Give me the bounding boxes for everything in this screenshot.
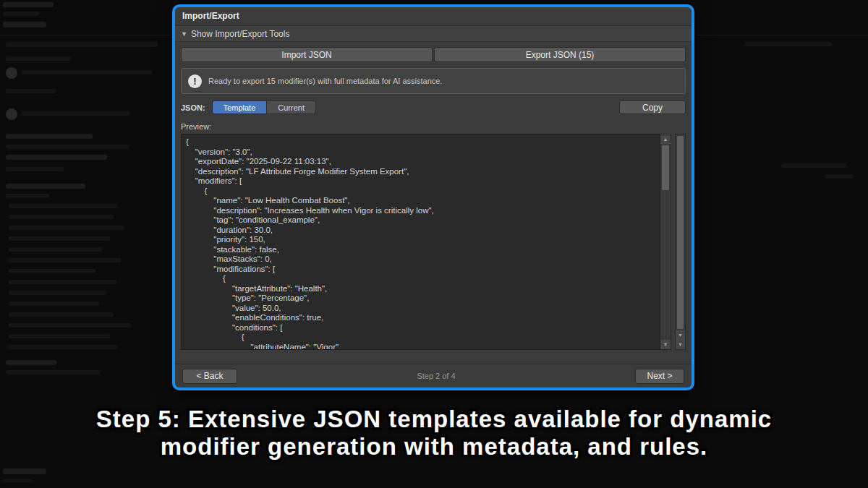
background-decoration	[825, 174, 854, 179]
background-decoration	[6, 67, 17, 79]
background-decoration	[745, 42, 832, 46]
background-decoration	[9, 258, 121, 262]
background-decoration	[9, 247, 103, 252]
background-decoration	[9, 226, 124, 230]
background-decoration	[9, 334, 110, 338]
background-decoration	[9, 215, 114, 219]
scroll-down-icon[interactable]: ▼	[676, 340, 685, 349]
import-export-buttons: Import JSON Export JSON (15)	[181, 47, 686, 62]
background-decoration	[3, 479, 32, 482]
background-decoration	[6, 108, 17, 120]
background-decoration	[3, 12, 39, 16]
wizard-footer: < Back Step 2 of 4 Next >	[175, 364, 692, 388]
window-scrollbar[interactable]: ▼ ▼	[675, 134, 686, 350]
background-decoration	[22, 70, 152, 74]
window-scroll-thumb[interactable]	[677, 136, 684, 329]
background-decoration	[9, 291, 106, 295]
back-button[interactable]: < Back	[182, 369, 237, 384]
foldout-import-export-tools[interactable]: ▼ Show Import/Export Tools	[175, 26, 692, 42]
background-decoration	[3, 2, 54, 7]
preview-scrollbar[interactable]: ▲ ▼	[660, 134, 671, 350]
preview-area: { "version": "3.0", "exportDate": "2025-…	[181, 134, 686, 350]
background-decoration	[9, 204, 117, 208]
preview-label: Preview:	[181, 122, 686, 131]
background-decoration	[9, 236, 110, 241]
window-title: Import/Export	[175, 7, 692, 26]
background-decoration	[6, 194, 49, 198]
export-info-box: ! Ready to export 15 modifier(s) with fu…	[181, 68, 686, 94]
preview-scroll-thumb[interactable]	[662, 145, 669, 190]
background-decoration	[22, 111, 130, 116]
current-tab[interactable]: Current	[266, 100, 316, 114]
export-json-button[interactable]: Export JSON (15)	[434, 47, 686, 62]
alert-icon: !	[188, 74, 202, 88]
caption-line-2: modifier generation with metadata, and r…	[0, 433, 868, 461]
scroll-down-icon[interactable]: ▼	[676, 330, 685, 340]
foldout-arrow-icon: ▼	[181, 30, 187, 38]
import-json-button[interactable]: Import JSON	[181, 47, 433, 62]
scroll-up-icon[interactable]: ▲	[660, 134, 671, 144]
scroll-down-icon[interactable]: ▼	[660, 340, 671, 349]
background-decoration	[6, 56, 71, 61]
background-decoration	[9, 323, 132, 328]
background-decoration	[6, 184, 85, 189]
foldout-label: Show Import/Export Tools	[191, 29, 290, 39]
background-decoration	[6, 134, 93, 139]
background-decoration	[3, 468, 46, 474]
window-scroll-track[interactable]	[676, 134, 685, 330]
step-indicator: Step 2 of 4	[237, 372, 635, 380]
background-decoration	[6, 155, 107, 160]
background-decoration	[781, 163, 846, 168]
background-decoration	[6, 360, 56, 365]
json-mode-row: JSON: Template Current Copy	[181, 100, 686, 114]
caption-line-1: Step 5: Extensive JSON templates availab…	[0, 406, 868, 433]
background-decoration	[3, 22, 46, 27]
background-decoration	[9, 345, 117, 349]
json-preview-text[interactable]: { "version": "3.0", "exportDate": "2025-…	[181, 134, 660, 350]
next-button[interactable]: Next >	[635, 369, 684, 384]
background-decoration	[9, 312, 114, 317]
screen: Import/Export ▼ Show Import/Export Tools…	[0, 0, 868, 488]
background-decoration	[6, 167, 64, 171]
json-mode-toggle: Template Current	[212, 100, 316, 114]
background-decoration	[6, 89, 56, 93]
import-export-window: Import/Export ▼ Show Import/Export Tools…	[172, 4, 694, 390]
caption: Step 5: Extensive JSON templates availab…	[0, 406, 868, 461]
background-decoration	[6, 145, 129, 149]
background-decoration	[6, 370, 100, 374]
background-decoration	[9, 301, 99, 306]
export-info-text: Ready to export 15 modifier(s) with full…	[208, 77, 442, 85]
template-tab[interactable]: Template	[212, 100, 267, 114]
json-label: JSON:	[181, 103, 205, 112]
background-decoration	[9, 269, 95, 273]
background-decoration	[6, 42, 158, 47]
background-decoration	[9, 280, 117, 284]
copy-button[interactable]: Copy	[619, 100, 686, 114]
preview-scroll-track[interactable]	[660, 144, 671, 340]
